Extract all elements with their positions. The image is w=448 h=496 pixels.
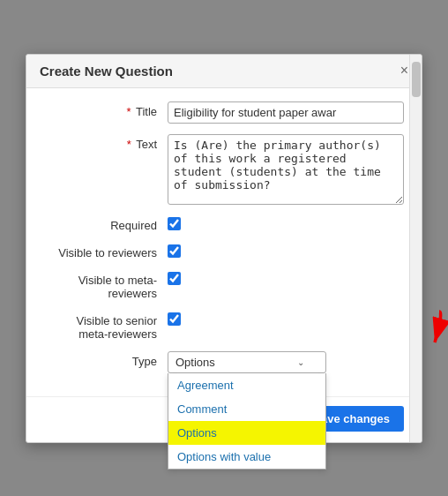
text-required-star: * [127, 138, 131, 151]
required-row: Required [44, 215, 404, 232]
title-label: * Title [44, 101, 168, 118]
visible-meta-checkbox-wrap [168, 270, 181, 285]
scrollbar-thumb[interactable] [412, 62, 421, 97]
dropdown-item-agreement[interactable]: Agreement [168, 373, 325, 397]
text-row: * Text Is (Are) the primary author(s) of… [44, 134, 404, 205]
visible-reviewers-checkbox-wrap [168, 243, 181, 258]
type-row: Type Options ⌄ Agreement Comment Options… [44, 351, 404, 373]
visible-senior-row: Visible to senior meta-reviewers [44, 311, 404, 341]
visible-reviewers-row: Visible to reviewers [44, 243, 404, 259]
title-required-star: * [126, 105, 131, 118]
modal-body: * Title * Text Is (Are) the primary auth… [26, 88, 422, 393]
modal-title: Create New Question [40, 64, 173, 79]
visible-senior-checkbox-wrap [168, 311, 181, 326]
visible-senior-checkbox[interactable] [168, 312, 181, 326]
required-checkbox-wrap [168, 215, 181, 230]
type-select-value: Options [175, 356, 215, 369]
type-label: Type [44, 351, 168, 368]
scrollbar-track [409, 55, 422, 442]
visible-meta-row: Visible to meta-reviewers [44, 270, 404, 300]
text-label: * Text [44, 134, 168, 151]
type-select-wrapper: Options ⌄ Agreement Comment Options Opti… [168, 351, 404, 373]
required-checkbox[interactable] [168, 217, 181, 230]
visible-reviewers-checkbox[interactable] [168, 244, 181, 258]
dropdown-item-comment[interactable]: Comment [168, 397, 325, 421]
required-label: Required [44, 215, 168, 232]
modal-overlay: Create New Question × * Title * Text Is … [12, 10, 436, 486]
visible-reviewers-label: Visible to reviewers [44, 243, 168, 259]
chevron-down-icon: ⌄ [297, 357, 304, 367]
text-textarea[interactable]: Is (Are) the primary author(s) of this w… [168, 134, 404, 205]
close-button[interactable]: × [400, 64, 408, 78]
title-row: * Title [44, 101, 404, 124]
dropdown-item-options[interactable]: Options [168, 421, 325, 445]
visible-meta-label: Visible to meta-reviewers [44, 270, 168, 300]
title-input[interactable] [168, 101, 404, 124]
modal-header: Create New Question × [26, 55, 422, 88]
visible-senior-label: Visible to senior meta-reviewers [44, 311, 168, 341]
visible-meta-checkbox[interactable] [168, 272, 181, 285]
create-question-modal: Create New Question × * Title * Text Is … [26, 54, 422, 443]
dropdown-item-options-value[interactable]: Options with value [168, 445, 325, 469]
dropdown-menu: Agreement Comment Options Options with v… [168, 373, 326, 470]
type-select-display[interactable]: Options ⌄ [168, 351, 326, 373]
